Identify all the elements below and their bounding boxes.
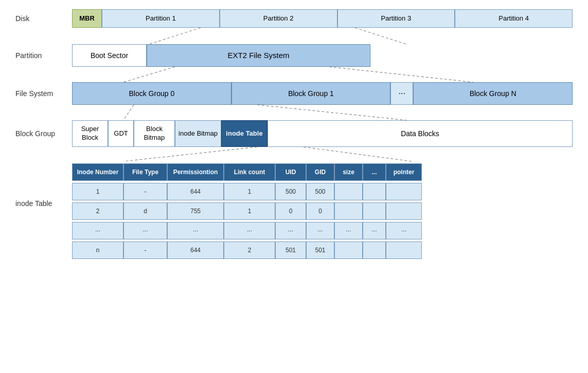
header-pointer: pointer	[386, 163, 422, 181]
inode-data-row-0: 1 - 644 1 500 500	[72, 183, 573, 200]
svg-line-6	[123, 147, 257, 161]
cell-1-7	[363, 202, 386, 220]
inode-data-row-3: n - 644 2 501 501	[72, 241, 573, 259]
header-inode-number: Inode Number	[72, 163, 123, 181]
cell-0-0: 1	[72, 183, 123, 200]
inodetable-box: inode Table	[221, 120, 268, 147]
bootsector-box: Boot Sector	[72, 44, 147, 67]
blockgroupN-box: Block Group N	[413, 82, 573, 105]
blockgroup0-box: Block Group 0	[72, 82, 231, 105]
svg-line-1	[355, 28, 406, 44]
cell-2-6: ···	[334, 222, 363, 239]
partition2-box: Partition 2	[220, 9, 337, 28]
disk-row: Disk MBR Partition 1 Partition 2 Partiti…	[15, 9, 573, 28]
cell-1-3: 1	[224, 202, 275, 220]
superblock-box: Super Block	[72, 120, 108, 147]
cell-1-2: 755	[167, 202, 224, 220]
cell-2-0: ···	[72, 222, 123, 239]
cell-3-0: n	[72, 241, 123, 259]
blockgroup1-box: Block Group 1	[231, 82, 391, 105]
partition-row: Partition Boot Sector EXT2 File System	[15, 44, 573, 67]
connector-svg-1	[72, 28, 573, 44]
header-gid: GID	[306, 163, 334, 181]
connector-svg-3	[72, 105, 573, 120]
cell-1-4: 0	[275, 202, 306, 220]
connector-disk-partition	[72, 28, 573, 44]
header-file-type: File Type	[123, 163, 167, 181]
svg-line-7	[304, 147, 412, 161]
partition4-box: Partition 4	[455, 9, 573, 28]
cell-3-8	[386, 241, 422, 259]
cell-3-1: -	[123, 241, 167, 259]
connector-svg-2	[72, 67, 573, 82]
blockgroup-content: Super Block GDT Block Bitmap inode Bitma…	[72, 120, 573, 147]
cell-0-4: 500	[275, 183, 306, 200]
filesystem-content: Block Group 0 Block Group 1 ··· Block Gr…	[72, 82, 573, 105]
cell-2-1: ···	[123, 222, 167, 239]
cell-2-7: ···	[363, 222, 386, 239]
mbr-box: MBR	[72, 9, 102, 28]
cell-0-8	[386, 183, 422, 200]
header-permissiontion: Permissiontion	[167, 163, 224, 181]
ext2-box: EXT2 File System	[147, 44, 370, 67]
cell-2-3: ···	[224, 222, 275, 239]
datablocks-box: Data Blocks	[268, 120, 573, 147]
cell-2-5: ···	[306, 222, 334, 239]
cell-0-2: 644	[167, 183, 224, 200]
cell-1-1: d	[123, 202, 167, 220]
inode-header-row: Inode Number File Type Permissiontion Li…	[72, 163, 573, 181]
cell-2-4: ···	[275, 222, 306, 239]
cell-1-8	[386, 202, 422, 220]
cell-1-0: 2	[72, 202, 123, 220]
connector-partition-fs	[72, 67, 573, 82]
partition-label: Partition	[15, 51, 72, 60]
blockgroup-row: Block Group Super Block GDT Block Bitmap…	[15, 120, 573, 147]
inode-data-row-1: 2 d 755 1 0 0	[72, 202, 573, 220]
header-uid: UID	[275, 163, 306, 181]
cell-1-6	[334, 202, 363, 220]
cell-3-6	[334, 241, 363, 259]
svg-line-0	[149, 28, 201, 44]
blockbitmap-box: Block Bitmap	[134, 120, 175, 147]
header-size: size	[334, 163, 363, 181]
disk-content: MBR Partition 1 Partition 2 Partition 3 …	[72, 9, 573, 28]
disk-label: Disk	[15, 14, 72, 23]
cell-3-3: 2	[224, 241, 275, 259]
header-dots: ...	[363, 163, 386, 181]
cell-3-5: 501	[306, 241, 334, 259]
cell-0-3: 1	[224, 183, 275, 200]
connector-fs-bg	[72, 105, 573, 120]
cell-3-7	[363, 241, 386, 259]
svg-line-3	[329, 67, 473, 82]
blockgroup-label: Block Group	[15, 129, 72, 138]
cell-0-5: 500	[306, 183, 334, 200]
connector-bg-inode	[72, 147, 573, 161]
cell-1-5: 0	[306, 202, 334, 220]
connector-svg-4	[72, 147, 573, 161]
inode-section: inode Table Inode Number File Type Permi…	[15, 163, 573, 261]
inodetable-label: inode Table	[15, 163, 72, 208]
cell-3-4: 501	[275, 241, 306, 259]
cell-3-2: 644	[167, 241, 224, 259]
gdt-box: GDT	[108, 120, 134, 147]
cell-2-2: ···	[167, 222, 224, 239]
inode-data-row-2: ··· ··· ··· ··· ··· ··· ··· ··· ···	[72, 222, 573, 239]
svg-line-4	[123, 105, 134, 120]
header-link-count: Link count	[224, 163, 275, 181]
blockgroup-dots-box: ···	[390, 82, 413, 105]
cell-0-6	[334, 183, 363, 200]
filesystem-label: File System	[15, 89, 72, 98]
inode-table-wrap: Inode Number File Type Permissiontion Li…	[72, 163, 573, 261]
cell-2-8: ···	[386, 222, 422, 239]
inodebitmap-box: inode Bitmap	[175, 120, 221, 147]
cell-0-1: -	[123, 183, 167, 200]
partition3-box: Partition 3	[337, 9, 455, 28]
svg-line-2	[123, 67, 175, 82]
partition-content: Boot Sector EXT2 File System	[72, 44, 370, 67]
partition1-box: Partition 1	[102, 9, 220, 28]
cell-0-7	[363, 183, 386, 200]
filesystem-row: File System Block Group 0 Block Group 1 …	[15, 82, 573, 105]
svg-line-5	[257, 105, 406, 120]
